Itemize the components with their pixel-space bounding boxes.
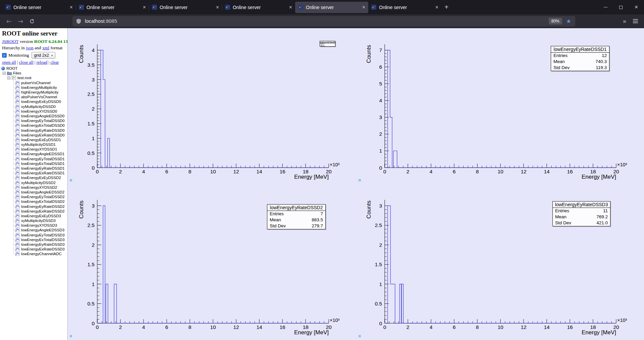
tree-item-label: lowEnergyEyTotalDSSD1: [21, 157, 65, 161]
sidebar-item-xyMultiplicityDSSD1[interactable]: xyMultiplicityDSSD1: [0, 142, 67, 147]
shield-icon[interactable]: [76, 19, 81, 24]
x-tick-label: 12: [233, 324, 239, 330]
sidebar-item-lowEnergyExTotalDSSD3[interactable]: lowEnergyExTotalDSSD3: [0, 237, 67, 242]
stats-box-lowEnergyEyRateDSSD0[interactable]: lowEnergyEyRateDSSD0EntriesMeanStd Dev: [320, 41, 335, 47]
browser-tab-3[interactable]: Online server×: [149, 2, 222, 13]
overflow-menu-icon[interactable]: »: [623, 18, 626, 25]
zoom-indicator[interactable]: 80%: [549, 18, 562, 24]
tree-item-root[interactable]: ROOT: [0, 66, 67, 71]
y-tick-label: 1.5: [87, 262, 95, 267]
sidebar-item-lowEnergyEyRateDSSD0[interactable]: lowEnergyEyRateDSSD0: [0, 128, 67, 132]
pad-enlarge-button[interactable]: [359, 335, 361, 337]
sidebar-item-lowEnergyAngleEDSSD2[interactable]: lowEnergyAngleEDSSD2: [0, 190, 67, 194]
sidebar-item-lowEnergyXYDSSD1[interactable]: lowEnergyXYDSSD1: [0, 147, 67, 152]
sidebar-item-xyMultiplicityDSSD2[interactable]: xyMultiplicityDSSD2: [0, 180, 67, 185]
menu-icon[interactable]: [633, 19, 638, 23]
x-axis-scale-label: ×10³: [330, 318, 340, 323]
sidebar-item-lowEnergyEyTotalDSSD0[interactable]: lowEnergyEyTotalDSSD0: [0, 118, 67, 123]
maximize-button[interactable]: [613, 0, 629, 14]
sidebar-item-lowEnergyMultiplicity[interactable]: lowEnergyMultiplicity: [0, 85, 67, 90]
y-tick-label: 2: [92, 242, 95, 248]
reload-button[interactable]: [26, 16, 38, 26]
sidebar-item-pulserVsChannel[interactable]: pulserVsChannel: [0, 80, 67, 85]
url-bar[interactable]: localhost:8085 80% ★: [72, 16, 575, 26]
grid-select[interactable]: grid 2x2▾: [32, 52, 56, 59]
toolbar-right: »: [623, 18, 641, 25]
monitoring-checkbox[interactable]: ✓: [2, 53, 7, 58]
sidebar-item-lowEnergyExEyDSSD0[interactable]: lowEnergyExEyDSSD0: [0, 99, 67, 104]
tree-item-label: lowEnergyEyRateDSSD1: [21, 166, 65, 170]
json-link[interactable]: json: [26, 45, 34, 50]
sidebar-item-lowEnergyXYDSSD0[interactable]: lowEnergyXYDSSD0: [0, 109, 67, 114]
sidebar-item-xyMultiplicityDSSD0[interactable]: xyMultiplicityDSSD0: [0, 104, 67, 109]
sidebar-item-lowEnergyXYDSSD3[interactable]: lowEnergyXYDSSD3: [0, 223, 67, 228]
sidebar-item-lowEnergyEyRateDSSD3[interactable]: lowEnergyEyRateDSSD3: [0, 242, 67, 247]
clear-link[interactable]: clear: [50, 60, 59, 65]
tab-close-icon[interactable]: ×: [214, 4, 219, 10]
browser-tab-4[interactable]: Online server×: [222, 2, 295, 13]
tab-close-icon[interactable]: ×: [287, 4, 292, 10]
sidebar-item-lowEnergyExEyDSSD3[interactable]: lowEnergyExEyDSSD3: [0, 214, 67, 218]
sidebar-item-lowEnergyAngleEDSSD1[interactable]: lowEnergyAngleEDSSD1: [0, 152, 67, 156]
sidebar-item-lowEnergyExRateDSSD2[interactable]: lowEnergyExRateDSSD2: [0, 209, 67, 214]
sidebar-item-lowEnergyExTotalDSSD0[interactable]: lowEnergyExTotalDSSD0: [0, 123, 67, 128]
sidebar-item-lowEnergyAngleEDSSD0[interactable]: lowEnergyAngleEDSSD0: [0, 114, 67, 118]
tree-item-test-root[interactable]: test.root: [0, 75, 67, 80]
tab-close-icon[interactable]: ×: [360, 4, 365, 10]
sidebar-item-lowEnergyExEyDSSD1[interactable]: lowEnergyExEyDSSD1: [0, 137, 67, 142]
sidebar-item-lowEnergyEyRateDSSD2[interactable]: lowEnergyEyRateDSSD2: [0, 204, 67, 209]
sidebar-item-lowEnergyExTotalDSSD2[interactable]: lowEnergyExTotalDSSD2: [0, 199, 67, 204]
tree-item-label: lowEnergyXYDSSD2: [21, 185, 57, 189]
canvas-grid: 00.511.522.533.5402468101214161820×10³En…: [68, 28, 644, 340]
browser-tab-6[interactable]: Online server×: [368, 2, 441, 13]
minimize-button[interactable]: [598, 0, 613, 14]
collapse-icon[interactable]: [7, 76, 10, 79]
pad-enlarge-button[interactable]: [70, 335, 72, 337]
sidebar-item-lowEnergyExRateDSSD1[interactable]: lowEnergyExRateDSSD1: [0, 171, 67, 175]
sidebar-item-lowEnergyExRateDSSD3[interactable]: lowEnergyExRateDSSD3: [0, 247, 67, 251]
tree-item-label: absPulserVsChannel: [21, 95, 57, 99]
minimize-icon: [604, 7, 607, 8]
tab-close-icon[interactable]: ×: [433, 4, 438, 10]
reload-link[interactable]: reload: [37, 60, 47, 65]
tree-item-label: lowEnergyEyTotalDSSD2: [21, 195, 65, 199]
tab-close-icon[interactable]: ×: [141, 4, 146, 10]
sidebar-item-lowEnergyEyTotalDSSD1[interactable]: lowEnergyEyTotalDSSD1: [0, 157, 67, 161]
histogram-icon: [15, 81, 20, 85]
forward-button[interactable]: →: [15, 16, 26, 26]
browser-tab-2[interactable]: Online server×: [76, 2, 149, 13]
close-window-button[interactable]: ×: [629, 0, 644, 14]
browser-tab-5[interactable]: Online server×: [295, 2, 368, 13]
sidebar-item-xyMultiplicityDSSD3[interactable]: xyMultiplicityDSSD3: [0, 218, 67, 223]
tree-item-files[interactable]: Files: [0, 71, 67, 75]
sidebar-item-lowEnergyXYDSSD2[interactable]: lowEnergyXYDSSD2: [0, 185, 67, 190]
collapse-icon[interactable]: [3, 72, 6, 75]
tab-close-icon[interactable]: ×: [68, 4, 73, 10]
stats-box-lowEnergyEyRateDSSD3[interactable]: lowEnergyEyRateDSSD3Entries11Mean769.2St…: [552, 201, 610, 226]
sidebar-item-lowEnergyExTotalDSSD1[interactable]: lowEnergyExTotalDSSD1: [0, 161, 67, 166]
sidebar-item-lowEnergyEyRateDSSD1[interactable]: lowEnergyEyRateDSSD1: [0, 166, 67, 171]
browser-tab-1[interactable]: Online server×: [3, 2, 76, 13]
sidebar-item-lowEnergyEyTotalDSSD3[interactable]: lowEnergyEyTotalDSSD3: [0, 233, 67, 237]
stats-title: lowEnergyEyRateDSSD3: [553, 202, 610, 208]
stats-box-lowEnergyEyRateDSSD2[interactable]: lowEnergyEyRateDSSD2Entries7Mean883.5Std…: [267, 204, 326, 229]
sidebar-item-lowEnergyAngleEDSSD3[interactable]: lowEnergyAngleEDSSD3: [0, 228, 67, 232]
sidebar-item-lowEnergyExRateDSSD0[interactable]: lowEnergyExRateDSSD0: [0, 133, 67, 137]
x-tick-label: 16: [279, 169, 285, 174]
stats-box-lowEnergyEyRateDSSD1[interactable]: lowEnergyEyRateDSSD1Entries12Mean740.3St…: [551, 46, 609, 71]
sidebar-item-lowEnergyChannelADC[interactable]: lowEnergyChannelADC: [0, 251, 67, 256]
new-tab-button[interactable]: +: [441, 2, 451, 12]
open-all-link[interactable]: open all: [2, 60, 16, 65]
histogram-icon: [15, 90, 20, 94]
plot-frame[interactable]: [97, 44, 329, 168]
sidebar-item-highEnergyMultiplicity[interactable]: highEnergyMultiplicity: [0, 90, 67, 95]
sidebar-item-absPulserVsChannel[interactable]: absPulserVsChannel: [0, 95, 67, 99]
jsroot-link[interactable]: JSROOT: [2, 39, 18, 44]
sidebar-item-lowEnergyEyTotalDSSD2[interactable]: lowEnergyEyTotalDSSD2: [0, 194, 67, 199]
xml-link[interactable]: xml: [42, 45, 49, 50]
close-all-link[interactable]: close all: [19, 60, 34, 65]
x-axis-title: Energy [MeV]: [582, 174, 616, 180]
bookmark-star-icon[interactable]: ★: [566, 18, 571, 24]
sidebar-item-lowEnergyExEyDSSD2[interactable]: lowEnergyExEyDSSD2: [0, 175, 67, 180]
back-button[interactable]: ←: [3, 16, 15, 26]
